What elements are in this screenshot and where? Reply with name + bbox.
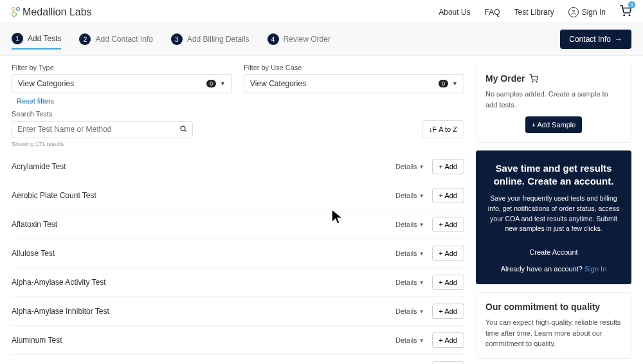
test-row: Aluminum TestDetails ▼+ Add: [12, 326, 464, 355]
my-order-title: My Order: [485, 73, 525, 84]
test-row: Acrylamide TestDetails ▼+ Add: [12, 152, 464, 181]
step-contact-info[interactable]: 2Add Contact Info: [79, 33, 152, 45]
test-name: Aluminum Test: [12, 336, 62, 345]
add-test-button[interactable]: + Add: [432, 332, 464, 348]
step-bar: 1Add Tests 2Add Contact Info 3Add Billin…: [0, 23, 643, 56]
promo-signin-link[interactable]: Sign In: [584, 265, 606, 273]
search-label: Search Tests: [12, 110, 464, 118]
filter-usecase-dropdown[interactable]: View Categories 0▼: [244, 74, 464, 93]
chevron-down-icon: ▼: [419, 251, 424, 257]
chevron-down-icon: ▼: [419, 222, 424, 228]
svg-point-1: [624, 15, 625, 16]
sort-button[interactable]: ↓FA to Z: [422, 120, 464, 138]
add-test-button[interactable]: + Add: [432, 246, 464, 261]
add-sample-button[interactable]: + Add Sample: [525, 116, 583, 133]
details-toggle[interactable]: Details ▼: [395, 163, 424, 170]
step-billing[interactable]: 3Add Billing Details: [171, 33, 249, 45]
test-name: Alpha-Amylase Inhibitor Test: [12, 307, 109, 316]
type-count-badge: 0: [206, 80, 216, 87]
nav-library[interactable]: Test Library: [514, 8, 554, 17]
logo-text: Medallion Labs: [23, 6, 92, 18]
caret-down-icon: ▼: [452, 80, 458, 87]
svg-point-3: [181, 126, 185, 131]
topbar: Medallion Labs About Us FAQ Test Library…: [0, 0, 643, 23]
filter-type-dropdown[interactable]: View Categories 0▼: [12, 74, 232, 93]
usecase-count-badge: 0: [439, 80, 448, 87]
search-box: [12, 121, 193, 138]
results-count: Showing 171 results: [12, 141, 464, 147]
reset-filters[interactable]: Reset filters: [17, 97, 464, 105]
arrow-right-icon: →: [615, 35, 622, 44]
svg-point-6: [537, 82, 538, 82]
steps: 1Add Tests 2Add Contact Info 3Add Billin…: [12, 33, 331, 46]
contact-info-button[interactable]: Contact Info→: [560, 30, 631, 49]
chevron-down-icon: ▼: [419, 309, 424, 314]
details-toggle[interactable]: Details ▼: [395, 278, 424, 286]
user-icon: [568, 7, 579, 17]
step-review[interactable]: 4Review Order: [267, 33, 331, 45]
add-test-button[interactable]: + Add: [432, 304, 464, 319]
svg-point-5: [532, 82, 533, 82]
filters-row: Filter by Type View Categories 0▼ Filter…: [12, 64, 464, 93]
sort-icon: ↓F: [429, 125, 437, 133]
test-name: Aflatoxin Test: [12, 220, 57, 229]
quality-title: Our commitment to quality: [485, 302, 622, 312]
promo-card: Save time and get results online. Create…: [476, 150, 631, 284]
search-input[interactable]: [17, 125, 179, 134]
details-toggle[interactable]: Details ▼: [395, 336, 424, 344]
top-nav: About Us FAQ Test Library Sign In 0: [439, 5, 631, 19]
signin-label: Sign In: [582, 8, 606, 17]
quality-body: You can expect high-quality, reliable re…: [485, 317, 622, 349]
cart-icon: [529, 74, 538, 83]
nav-about[interactable]: About Us: [439, 8, 470, 17]
details-toggle[interactable]: Details ▼: [395, 221, 424, 228]
svg-point-2: [629, 15, 630, 16]
signin-button[interactable]: Sign In: [568, 7, 606, 17]
filter-type-label: Filter by Type: [12, 64, 232, 71]
test-row: Alpha-Amylase Inhibitor TestDetails ▼+ A…: [12, 297, 464, 326]
logo-mark: [12, 7, 20, 17]
svg-line-4: [185, 130, 186, 132]
chevron-down-icon: ▼: [419, 193, 424, 199]
details-toggle[interactable]: Details ▼: [395, 192, 424, 199]
caret-down-icon: ▼: [220, 80, 226, 87]
chevron-down-icon: ▼: [419, 280, 424, 286]
test-row: Aerobic Plate Count TestDetails ▼+ Add: [12, 181, 464, 210]
test-row: Allulose TestDetails ▼+ Add: [12, 239, 464, 268]
add-test-button[interactable]: + Add: [432, 159, 464, 174]
test-row: Alpha-Amylase Activity TestDetails ▼+ Ad…: [12, 268, 464, 297]
details-toggle[interactable]: Details ▼: [395, 307, 424, 315]
my-order-card: My Order No samples added. Create a samp…: [476, 64, 631, 143]
chevron-down-icon: ▼: [419, 164, 424, 170]
test-name: Acrylamide Test: [12, 162, 66, 171]
cart-count-badge: 0: [628, 1, 635, 8]
test-list: Acrylamide TestDetails ▼+ AddAerobic Pla…: [12, 152, 464, 364]
test-row: Aflatoxin TestDetails ▼+ Add: [12, 210, 464, 239]
order-empty-text: No samples added. Create a sample to add…: [485, 89, 622, 110]
add-test-button[interactable]: + Add: [432, 361, 464, 364]
filter-usecase-label: Filter by Use Case: [244, 64, 464, 71]
quality-card: Our commitment to quality You can expect…: [476, 292, 631, 359]
svg-point-0: [572, 10, 574, 12]
promo-title: Save time and get results online. Create…: [485, 162, 622, 187]
test-row: Amino Acid Profile Test - Acid Hydrolyze…: [12, 355, 464, 364]
test-name: Allulose Test: [12, 249, 55, 258]
nav-faq[interactable]: FAQ: [485, 8, 500, 17]
create-account-link[interactable]: Create Account: [485, 248, 622, 256]
add-test-button[interactable]: + Add: [432, 217, 464, 232]
test-name: Alpha-Amylase Activity Test: [12, 278, 106, 287]
promo-signin-line: Already have an account? Sign In: [485, 265, 622, 273]
chevron-down-icon: ▼: [419, 338, 424, 343]
cart-button[interactable]: 0: [620, 5, 631, 19]
details-toggle[interactable]: Details ▼: [395, 250, 424, 257]
search-icon[interactable]: [179, 125, 187, 134]
step-add-tests[interactable]: 1Add Tests: [12, 33, 61, 50]
promo-body: Save your frequently used tests and bill…: [485, 194, 622, 234]
test-name: Aerobic Plate Count Test: [12, 191, 96, 200]
logo[interactable]: Medallion Labs: [12, 6, 92, 18]
add-test-button[interactable]: + Add: [432, 275, 464, 290]
add-test-button[interactable]: + Add: [432, 188, 464, 203]
